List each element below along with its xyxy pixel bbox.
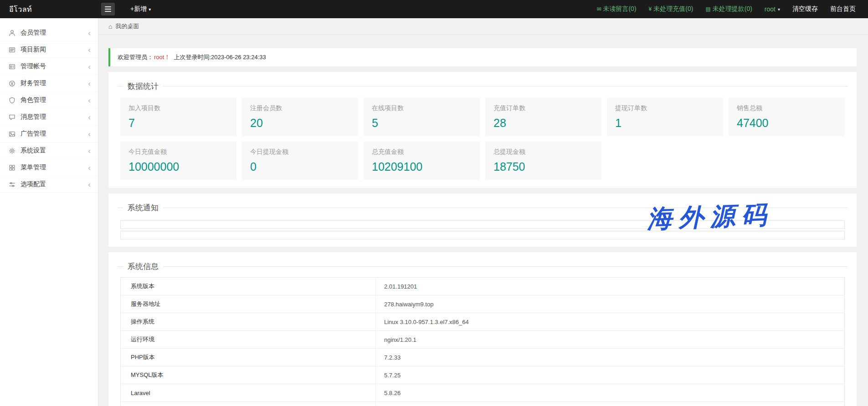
content: 欢迎管理员： root！ 上次登录时间:2023-06-26 23:24:33 …: [98, 35, 868, 406]
stat-card: 在线项目数 5: [364, 98, 480, 136]
notice-row: [120, 220, 845, 229]
stat-value: 10209100: [372, 160, 472, 173]
pending-withdraw-link[interactable]: ▤ 未处理提款(0): [705, 5, 752, 13]
sidebar-item-label: 管理帐号: [21, 62, 46, 71]
table-row: 操作系统 Linux 3.10.0-957.1.3.el7.x86_64: [121, 313, 844, 331]
row-label: 运行环境: [121, 331, 376, 348]
sidebar-item-messages[interactable]: 消息管理 ‹: [0, 109, 98, 126]
sidebar-item-label: 项目新闻: [21, 46, 46, 54]
notice-list: [118, 213, 847, 239]
sidebar: 会员管理 ‹ 项目新闻 ‹ 管理帐号 ‹ 财务管理 ‹ 角色管理 ‹ 消息管理 …: [0, 18, 98, 406]
message-icon: ✉: [596, 6, 601, 12]
id-card-icon: [9, 63, 15, 70]
sidebar-item-roles[interactable]: 角色管理 ‹: [0, 92, 98, 109]
table-row: 运行环境 nginx/1.20.1: [121, 331, 844, 349]
news-icon: [9, 46, 15, 53]
stats-panel: 数据统计 加入项目数 7 注册会员数 20 在线项目数 5: [108, 72, 857, 188]
sliders-icon: [9, 181, 15, 188]
notice-fieldset: 系统通知: [118, 203, 847, 239]
sidebar-item-news[interactable]: 项目新闻 ‹: [0, 41, 98, 58]
pending-recharge-label: 未处理充值(0): [653, 5, 693, 13]
recharge-icon: ¥: [649, 6, 652, 12]
welcome-last-login: 上次登录时间:2023-06-26 23:24:33: [174, 53, 266, 61]
pending-recharge-link[interactable]: ¥ 未处理充值(0): [649, 5, 693, 13]
sidebar-item-label: 角色管理: [21, 96, 46, 104]
stat-label: 总充值金额: [372, 148, 472, 155]
unread-messages-link[interactable]: ✉ 未读留言(0): [596, 5, 636, 13]
stat-value: 1: [615, 116, 715, 130]
sysinfo-panel: 系统信息 系统版本 2.01.191201 服务器地址 278.haiwaiym…: [108, 252, 857, 406]
stat-value: 47400: [737, 116, 837, 130]
stat-card: 提现订单数 1: [607, 98, 723, 136]
sidebar-item-settings[interactable]: 系统设置 ‹: [0, 142, 98, 159]
topbar: อีโวลท์ +新增 ▾ ✉ 未读留言(0) ¥ 未处理充值(0) ▤ 未处理…: [0, 0, 868, 18]
chevron-down-icon: ▾: [778, 7, 780, 12]
stats-fieldset: 数据统计 加入项目数 7 注册会员数 20 在线项目数 5: [118, 81, 847, 181]
row-value: 2.01.191201: [376, 278, 417, 295]
stat-label: 销售总额: [737, 104, 837, 112]
row-label: 上传附件限制: [121, 402, 376, 406]
stat-value: 5: [372, 116, 472, 130]
sidebar-item-accounts[interactable]: 管理帐号 ‹: [0, 58, 98, 75]
stat-value: 28: [493, 116, 593, 130]
stat-label: 加入项目数: [128, 104, 228, 112]
stat-label: 提现订单数: [615, 104, 715, 112]
row-value: 50M: [376, 402, 395, 406]
stat-value: 10000000: [128, 160, 228, 173]
hamburger-icon: [105, 6, 111, 7]
sidebar-toggle-button[interactable]: [101, 3, 115, 15]
stat-value: 0: [250, 160, 350, 173]
row-label: 系统版本: [121, 278, 376, 295]
chevron-left-icon: ‹: [88, 29, 91, 37]
breadcrumb-label[interactable]: 我的桌面: [115, 22, 139, 30]
stat-label: 总提现金额: [493, 148, 593, 155]
sidebar-item-label: 消息管理: [21, 113, 46, 121]
stats-cards: 加入项目数 7 注册会员数 20 在线项目数 5 充值订单数 28: [118, 91, 847, 181]
home-icon[interactable]: ⌂: [108, 23, 112, 30]
table-row: PHP版本 7.2.33: [121, 349, 844, 366]
row-value: nginx/1.20.1: [376, 331, 416, 348]
sidebar-item-members[interactable]: 会员管理 ‹: [0, 25, 98, 41]
stats-title: 数据统计: [123, 81, 163, 91]
user-menu[interactable]: root ▾: [765, 5, 780, 13]
stat-label: 今日提现金额: [250, 148, 350, 155]
stat-label: 在线项目数: [372, 104, 472, 112]
row-label: MYSQL版本: [121, 366, 376, 384]
stat-card: 加入项目数 7: [120, 98, 236, 136]
grid-icon: [9, 164, 15, 171]
row-value: Linux 3.10.0-957.1.3.el7.x86_64: [376, 313, 469, 330]
stat-card: 今日充值金额 10000000: [120, 142, 236, 180]
chevron-left-icon: ‹: [88, 96, 91, 104]
stat-card: 注册会员数 20: [242, 98, 358, 136]
front-home-link[interactable]: 前台首页: [830, 5, 856, 13]
chevron-left-icon: ‹: [88, 130, 91, 138]
sidebar-item-options[interactable]: 选项配置 ‹: [0, 176, 98, 193]
image-icon: [9, 131, 15, 137]
notice-title: 系统通知: [123, 203, 163, 213]
sidebar-item-finance[interactable]: 财务管理 ‹: [0, 75, 98, 92]
stat-card: 充值订单数 28: [485, 98, 601, 136]
stat-label: 充值订单数: [493, 104, 593, 112]
row-value: 5.8.26: [376, 384, 401, 401]
gear-icon: [9, 147, 15, 154]
sidebar-item-menus[interactable]: 菜单管理 ‹: [0, 159, 98, 176]
sidebar-item-label: 财务管理: [21, 79, 46, 87]
add-new-label: +新增: [130, 5, 147, 13]
sidebar-item-label: 系统设置: [21, 147, 46, 155]
sidebar-item-label: 菜单管理: [21, 163, 46, 172]
chevron-left-icon: ‹: [88, 147, 91, 155]
sidebar-item-label: 选项配置: [21, 180, 46, 188]
clear-cache-button[interactable]: 清空缓存: [792, 5, 818, 13]
stat-card: 总提现金额 18750: [485, 142, 601, 180]
stat-value: 18750: [493, 160, 593, 173]
sidebar-item-ads[interactable]: 广告管理 ‹: [0, 126, 98, 142]
finance-icon: [9, 80, 15, 87]
chevron-left-icon: ‹: [88, 113, 91, 121]
row-label: PHP版本: [121, 349, 376, 366]
sysinfo-title: 系统信息: [123, 261, 163, 272]
add-new-button[interactable]: +新增 ▾: [130, 5, 151, 13]
row-value: 7.2.33: [376, 349, 401, 366]
chevron-left-icon: ‹: [88, 46, 91, 54]
table-row: Laravel 5.8.26: [121, 384, 844, 402]
sidebar-item-label: 广告管理: [21, 130, 46, 138]
